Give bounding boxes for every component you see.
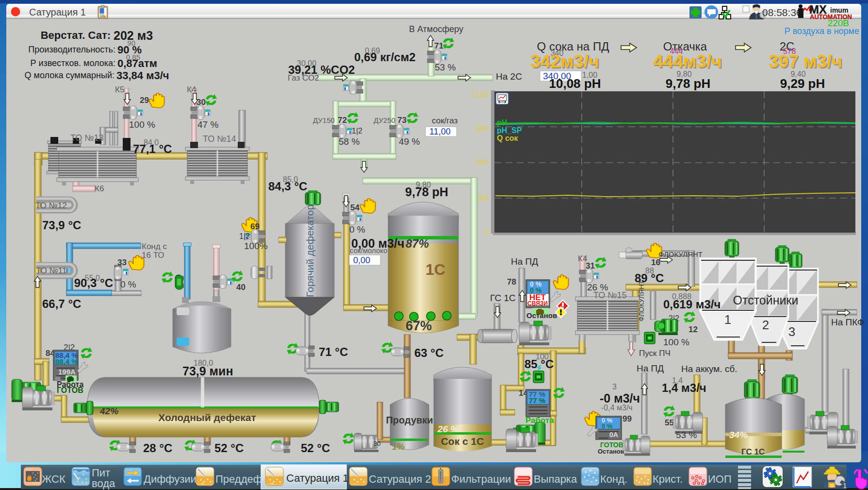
svg-text:84,3 °С: 84,3 °С [268,180,307,193]
svg-text:30: 30 [374,440,380,447]
svg-text:73,9 °С: 73,9 °С [42,219,81,232]
svg-text:1|2: 1|2 [352,127,362,135]
svg-text:40: 40 [236,283,246,292]
svg-text:ДУ150: ДУ150 [313,116,335,124]
svg-text:100 %: 100 % [663,337,689,347]
svg-text:9,29 pH: 9,29 pH [780,76,825,91]
svg-text:Холодный дефекат: Холодный дефекат [158,412,256,423]
svg-text:В Атмосферу: В Атмосферу [409,24,463,34]
svg-text:29: 29 [140,96,149,105]
svg-text:Q сока на ПД: Q сока на ПД [537,40,609,53]
svg-text:53 %: 53 % [435,62,456,72]
svg-text:Газ СО2: Газ СО2 [288,73,319,83]
svg-text:ТО №15: ТО №15 [593,290,627,300]
svg-text:Отстойники: Отстойники [733,293,799,307]
svg-text:вода: вода [92,477,115,490]
svg-text:На аккум. сб.: На аккум. сб. [681,364,737,374]
svg-text:08:58:36: 08:58:36 [762,7,802,18]
svg-text:Р воздуха в норме: Р воздуха в норме [785,26,859,36]
svg-text:Конд с: Конд с [142,242,167,251]
svg-text:49 %: 49 % [399,136,420,147]
svg-text:ФЛОКУЛЯНТ: ФЛОКУЛЯНТ [638,280,645,321]
svg-text:0,619 м3/ч: 0,619 м3/ч [663,298,721,311]
svg-text:1%: 1% [392,442,405,452]
svg-text:16 ТО: 16 ТО [142,251,164,260]
svg-text:1120: 1120 [471,90,489,99]
svg-text:87%: 87% [406,237,429,250]
svg-text:90,3 °С: 90,3 °С [74,276,113,289]
svg-text:88,4 %: 88,4 % [55,357,78,366]
svg-text:1,4 м3/ч: 1,4 м3/ч [662,381,706,394]
svg-text:ЖСК: ЖСК [42,473,66,485]
svg-text:100%: 100% [244,241,268,251]
svg-text:Сатурация 2: Сатурация 2 [369,473,431,485]
svg-text:47 %: 47 % [197,119,218,130]
svg-text:1: 1 [843,481,847,490]
svg-text:0,00: 0,00 [353,255,370,265]
svg-text:53 %: 53 % [676,430,697,440]
svg-text:Крист.: Крист. [653,473,683,485]
svg-text:ТО №13: ТО №13 [70,133,104,143]
svg-text:342м3/ч: 342м3/ч [530,51,599,71]
svg-text:К4: К4 [187,85,196,94]
svg-text:Диффузии: Диффузии [144,473,197,485]
svg-text:16: 16 [651,258,660,267]
svg-text:63 °С: 63 °С [414,346,443,359]
svg-text:Верстат. Сат:: Верстат. Сат: [41,29,111,41]
svg-text:Сатурация 1: Сатурация 1 [29,7,86,17]
svg-text:1С: 1С [426,261,445,278]
svg-text:71 °С: 71 °С [319,345,348,358]
svg-text:9,78 pH: 9,78 pH [666,76,711,91]
svg-text:Фильтрации: Фильтрации [451,473,511,485]
svg-text:54: 54 [350,203,360,212]
svg-text:0,69 кг/см2: 0,69 кг/см2 [354,51,416,64]
svg-text:На ПКФ: На ПКФ [831,317,864,327]
svg-text:99: 99 [622,414,632,423]
svg-text:СВЯЗИ: СВЯЗИ [527,300,548,307]
svg-text:26 %: 26 % [437,424,459,434]
svg-text:34%: 34% [729,430,748,440]
svg-text:Q молока суммарный:: Q молока суммарный: [25,70,115,80]
svg-text:0А: 0А [609,431,618,439]
svg-text:ГОТОВ: ГОТОВ [57,386,83,394]
svg-text:Сок с 1С: Сок с 1С [441,436,484,447]
svg-text:Останов: Останов [526,311,557,320]
svg-text:73: 73 [397,116,407,125]
svg-text:pH_SP: pH_SP [497,126,522,135]
svg-text:397 м3/ч: 397 м3/ч [769,51,842,71]
svg-text:Выпарка: Выпарка [534,473,577,485]
svg-text:28 °С: 28 °С [143,441,172,455]
svg-text:30: 30 [197,98,206,107]
svg-text:0 %: 0 % [349,224,365,235]
svg-text:К5: К5 [115,85,124,94]
svg-text:2: 2 [762,318,769,332]
svg-text:560: 560 [475,158,489,167]
svg-text:58 %: 58 % [339,136,360,147]
svg-text:52 °С: 52 °С [301,441,330,455]
svg-text:73,9 мин: 73,9 мин [182,364,233,378]
svg-text:0 %: 0 % [120,279,136,289]
svg-text:Останов: Останов [598,448,624,455]
svg-text:840: 840 [475,124,489,133]
svg-text:0: 0 [485,227,489,237]
svg-text:3: 3 [788,324,795,339]
svg-text:На 2С: На 2С [496,71,522,82]
svg-text:Q сок: Q сок [497,134,519,142]
svg-text:12: 12 [688,325,698,334]
svg-text:67%: 67% [406,319,432,333]
svg-text:77 %: 77 % [529,396,545,405]
svg-text:71: 71 [434,41,443,51]
svg-text:42%: 42% [99,406,118,416]
svg-text:ГС 1С: ГС 1С [741,447,765,456]
svg-text:55: 55 [665,418,674,427]
svg-text:0,87атм: 0,87атм [117,57,157,69]
svg-text:Работа: Работа [525,416,554,425]
svg-text:Конд.: Конд. [600,473,627,485]
svg-text:ДУ250: ДУ250 [374,116,395,124]
svg-text:На ПД: На ПД [511,256,538,267]
svg-text:Преддеф.: Преддеф. [215,473,265,485]
svg-text:3: 3 [612,383,617,391]
svg-text:52 °С: 52 °С [214,441,244,455]
svg-text:ФЛОКУЛЯНТ: ФЛОКУЛЯНТ [658,250,703,258]
svg-text:1: 1 [724,312,731,327]
